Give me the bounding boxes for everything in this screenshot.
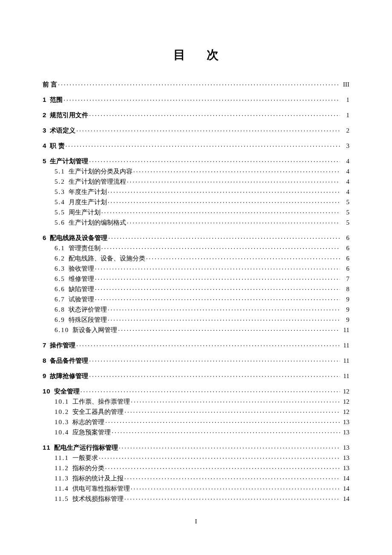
toc-entry-number: 10.3 [55, 419, 69, 425]
toc-entry-number: 6.5 [55, 276, 65, 282]
toc-entry-number: 9 [43, 373, 46, 379]
toc-entry-label: 特殊区段管理 [69, 317, 107, 323]
toc-leader-dots [108, 234, 340, 240]
toc-entry: 6.3验收管理6 [43, 264, 349, 272]
toc-entry-page: 5 [341, 220, 349, 226]
toc-entry-page: 12 [341, 388, 349, 395]
toc-entry: 5生产计划管理4 [43, 157, 349, 165]
toc-entry-label: 缺陷管理 [69, 286, 94, 292]
toc-entry-number: 11.4 [55, 486, 69, 492]
toc-entry: 6.6缺陷管理8 [43, 285, 349, 292]
toc-leader-dots [124, 408, 340, 414]
toc-entry-page: 5 [341, 209, 349, 216]
toc-entry-label: 配电线路、设备、设施分类 [69, 255, 145, 262]
toc-entry-page: 11 [341, 327, 349, 333]
toc-entry-page: 9 [341, 296, 349, 303]
toc-entry: 10安全管理12 [43, 387, 349, 395]
toc-entry: 11.5技术线损指标管理14 [43, 494, 349, 502]
toc-entry-label: 职 责 [50, 142, 64, 149]
toc-leader-dots [108, 198, 340, 204]
toc-leader-dots [108, 305, 340, 312]
toc-entry-number: 5.1 [55, 168, 65, 175]
toc-entry-number: 3 [43, 127, 46, 133]
toc-leader-dots [118, 326, 340, 332]
toc-entry-label: 安全管理 [54, 388, 80, 394]
toc-leader-dots [76, 341, 340, 347]
toc-leader-dots [101, 208, 340, 214]
toc-leader-dots [124, 494, 340, 501]
toc-leader-dots [95, 285, 340, 291]
toc-entry-label: 术语定义 [50, 127, 75, 133]
toc-entry-page: 2 [341, 127, 349, 134]
toc-leader-dots [127, 218, 340, 225]
toc-entry-label: 前 言 [43, 81, 57, 87]
toc-entry-number: 11 [43, 444, 51, 451]
toc-entry-label: 验收管理 [69, 266, 94, 272]
toc-entry: 5.3年度生产计划4 [43, 188, 349, 195]
toc-entry: 5.6生产计划的编制格式5 [43, 218, 349, 226]
toc-entry-page: 13 [341, 429, 349, 436]
toc-entry-page: 6 [341, 266, 349, 272]
toc-entry-page: 14 [341, 486, 349, 492]
toc-entry: 6.1管理责任制6 [43, 244, 349, 251]
toc-entry-page: 14 [341, 496, 349, 502]
toc-entry: 3术语定义2 [43, 126, 349, 134]
toc-leader-dots [76, 126, 340, 133]
toc-entry: 7操作管理11 [43, 341, 349, 349]
toc-entry: 1范围1 [43, 95, 349, 103]
toc-leader-dots [66, 142, 340, 148]
toc-leader-dots [105, 418, 340, 424]
toc-leader-dots [89, 157, 340, 163]
toc-entry-label: 月度生产计划 [69, 199, 107, 205]
toc-entry-number: 5.6 [55, 220, 65, 226]
toc-entry-number: 7 [43, 342, 46, 348]
toc-entry: 6配电线路及设备管理6 [43, 234, 349, 241]
toc-entry-number: 11.3 [55, 475, 69, 482]
toc-leader-dots [146, 254, 340, 260]
toc-entry-label: 新设备入网管理 [72, 327, 117, 333]
toc-entry-page: 13 [341, 419, 349, 425]
toc-entry-label: 一般要求 [72, 455, 98, 461]
toc-entry-label: 生产计划管理 [50, 158, 88, 164]
toc-entry: 6.8状态评价管理9 [43, 305, 349, 313]
toc-entry-number: 2 [43, 112, 46, 118]
toc-entry-number: 8 [43, 357, 46, 364]
toc-entry-label: 标志的管理 [72, 419, 104, 425]
toc-entry-page: 11 [341, 342, 349, 349]
toc-entry: 10.1工作票、操作票管理12 [43, 397, 349, 405]
toc-entry-page: 5 [341, 199, 349, 205]
toc-entry-number: 6.10 [55, 327, 69, 333]
toc-entry-label: 生产计划的编制格式 [69, 220, 126, 226]
toc-entry-number: 6.9 [55, 317, 65, 323]
toc-entry-page: III [341, 81, 349, 88]
toc-leader-dots [81, 387, 340, 393]
toc-entry-page: 13 [341, 455, 349, 461]
toc-entry-label: 生产计划的管理流程 [69, 179, 126, 185]
toc-leader-dots [112, 428, 340, 434]
toc-entry: 11.4供电可靠性指标管理14 [43, 484, 349, 492]
document-page: 目次 前 言III1范围12规范引用文件13术语定义24职 责35生产计划管理4… [0, 0, 392, 528]
toc-entry-number: 11.5 [55, 496, 69, 502]
toc-leader-dots [89, 372, 340, 378]
toc-entry-page: 13 [341, 465, 349, 471]
toc-entry-page: 6 [341, 245, 349, 251]
toc-entry-label: 管理责任制 [69, 245, 101, 251]
toc-entry-number: 6 [43, 234, 46, 241]
toc-entry: 6.5维修管理7 [43, 275, 349, 282]
toc-entry: 11.2指标的分类13 [43, 464, 349, 471]
toc-entry: 10.3标志的管理13 [43, 418, 349, 425]
toc-entry-page: 13 [341, 445, 349, 451]
toc-title: 目次 [43, 47, 349, 63]
toc-entry-page: 11 [341, 358, 349, 364]
toc-entry: 6.2配电线路、设备、设施分类6 [43, 254, 349, 262]
toc-entry-label: 技术线损指标管理 [72, 496, 124, 502]
toc-leader-dots [95, 275, 340, 281]
toc-entry-number: 10 [43, 388, 51, 394]
toc-entry-page: 1 [341, 97, 349, 103]
toc-entry: 11配电生产运行指标管理13 [43, 443, 349, 451]
toc-entry-number: 5.5 [55, 209, 65, 216]
toc-entry-label: 安全工器具的管理 [72, 409, 124, 415]
toc-leader-dots [108, 315, 340, 322]
toc-entry-label: 生产计划的分类及内容 [69, 168, 133, 175]
toc-entry-page: 12 [341, 409, 349, 415]
